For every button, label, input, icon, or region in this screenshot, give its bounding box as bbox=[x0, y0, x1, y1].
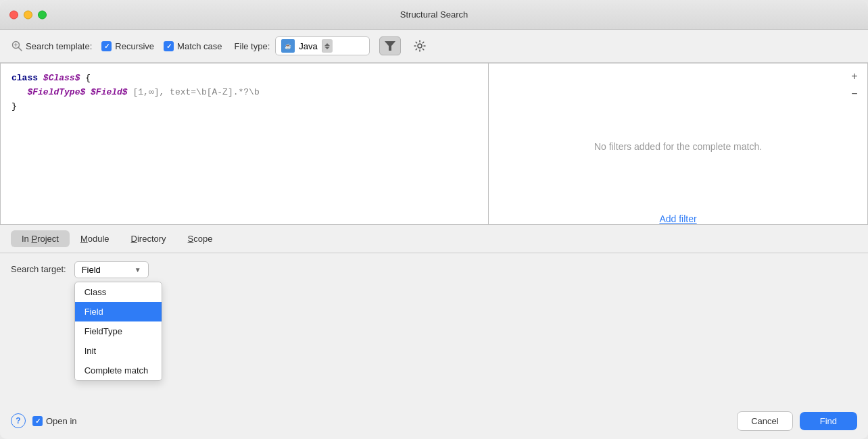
dropdown-trigger[interactable]: Field ▼ bbox=[74, 261, 149, 278]
window-title: Structural Search bbox=[400, 9, 468, 20]
java-icon: ☕ bbox=[281, 39, 295, 53]
open-in-checkbox[interactable] bbox=[32, 416, 43, 426]
tab-directory[interactable]: Directory bbox=[120, 230, 177, 247]
close-button[interactable] bbox=[9, 10, 18, 19]
code-line-2: $FieldType$ $Field$ [1,∞], text=\b[A-Z].… bbox=[11, 86, 477, 100]
dropdown-menu: Class Field FieldType Init Complete matc… bbox=[74, 282, 162, 381]
tab-module[interactable]: Module bbox=[70, 230, 120, 247]
file-type-select[interactable]: ☕ Java bbox=[275, 36, 370, 55]
var-class: $Class$ bbox=[43, 73, 80, 83]
var-fieldtype: $FieldType$ bbox=[27, 87, 85, 97]
scope-tabs: In Project Module Directory Scope bbox=[0, 225, 868, 253]
select-arrows bbox=[322, 39, 333, 53]
code-meta: [1,∞], text=\b[A-Z].*?\b bbox=[132, 87, 259, 97]
filter-icon bbox=[385, 41, 395, 51]
dropdown-item-class[interactable]: Class bbox=[75, 282, 162, 302]
editor-area: class $Class$ { $FieldType$ $Field$ [1,∞… bbox=[0, 63, 868, 225]
open-in-label: Open in bbox=[46, 416, 77, 426]
maximize-button[interactable] bbox=[38, 10, 47, 19]
title-bar: Structural Search bbox=[0, 0, 868, 30]
remove-filter-minus-button[interactable]: − bbox=[847, 86, 862, 101]
dropdown-item-field[interactable]: Field bbox=[75, 302, 162, 321]
add-filter-plus-button[interactable]: + bbox=[847, 69, 862, 84]
tab-module-underline: M bbox=[80, 234, 88, 244]
code-line-1: class $Class$ { bbox=[11, 72, 477, 86]
filter-button[interactable] bbox=[379, 36, 401, 55]
search-icon-container: Search template: bbox=[11, 40, 92, 52]
find-button[interactable]: Find bbox=[800, 412, 857, 430]
svg-marker-4 bbox=[385, 41, 395, 51]
bottom-left-controls: ? Open in bbox=[11, 413, 77, 428]
search-template-label: Search template: bbox=[26, 41, 92, 51]
filters-panel: + − No filters added for the complete ma… bbox=[489, 63, 867, 224]
tab-in-project[interactable]: In Project bbox=[11, 230, 70, 247]
recursive-checkbox-container[interactable]: Recursive bbox=[101, 41, 154, 51]
tab-scope[interactable]: Scope bbox=[177, 230, 224, 247]
window: Structural Search Search template: Recur… bbox=[0, 0, 868, 439]
keyword-class: class bbox=[11, 73, 38, 83]
search-target-label: Search target: bbox=[11, 264, 66, 274]
toolbar: Search template: Recursive Match case Fi… bbox=[0, 30, 868, 63]
cancel-button[interactable]: Cancel bbox=[737, 411, 792, 431]
add-filter-link[interactable]: Add filter bbox=[489, 213, 867, 224]
arrow-up-icon bbox=[324, 43, 330, 46]
code-panel[interactable]: class $Class$ { $FieldType$ $Field$ [1,∞… bbox=[1, 63, 489, 224]
tab-directory-underline: D bbox=[131, 234, 137, 244]
var-field: $Field$ bbox=[91, 87, 128, 97]
traffic-lights bbox=[9, 10, 47, 19]
settings-button[interactable] bbox=[410, 36, 429, 55]
code-line-3: } bbox=[11, 100, 477, 114]
help-button[interactable]: ? bbox=[11, 413, 26, 428]
svg-point-5 bbox=[418, 44, 422, 48]
gear-icon bbox=[414, 40, 426, 52]
recursive-label: Recursive bbox=[115, 41, 154, 51]
dropdown-selected-value: Field bbox=[82, 265, 101, 275]
match-case-label: Match case bbox=[177, 41, 222, 51]
bottom-area: Search target: Field ▼ Class Field Field… bbox=[0, 253, 868, 439]
minimize-button[interactable] bbox=[24, 10, 32, 19]
dropdown-item-init[interactable]: Init bbox=[75, 341, 162, 361]
match-case-checkbox[interactable] bbox=[164, 41, 174, 51]
dropdown-item-fieldtype[interactable]: FieldType bbox=[75, 321, 162, 341]
svg-line-1 bbox=[19, 48, 22, 51]
bottom-actions: Cancel Find bbox=[737, 411, 857, 431]
file-type-container: File type: ☕ Java bbox=[235, 36, 370, 55]
dropdown-item-complete-match[interactable]: Complete match bbox=[75, 361, 162, 380]
dropdown-container: Field ▼ Class Field FieldType Init Compl… bbox=[74, 261, 149, 278]
open-in-checkbox-container[interactable]: Open in bbox=[32, 416, 77, 426]
search-icon bbox=[11, 40, 23, 52]
no-filters-text: No filters added for the complete match. bbox=[567, 114, 789, 157]
file-type-value: Java bbox=[299, 41, 317, 51]
tab-in-project-underline: P bbox=[31, 234, 37, 244]
file-type-label: File type: bbox=[235, 41, 270, 51]
arrow-down-icon bbox=[324, 47, 330, 49]
filters-content: No filters added for the complete match.… bbox=[489, 63, 867, 224]
dropdown-arrow-icon: ▼ bbox=[135, 266, 141, 274]
match-case-checkbox-container[interactable]: Match case bbox=[164, 41, 222, 51]
tab-scope-underline: S bbox=[188, 234, 194, 244]
filters-buttons: + − bbox=[842, 63, 867, 107]
recursive-checkbox[interactable] bbox=[101, 41, 112, 51]
